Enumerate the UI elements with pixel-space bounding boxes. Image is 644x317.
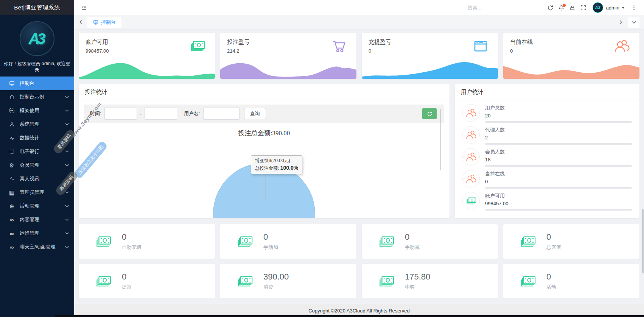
sparkline-salmon [503,58,639,79]
stat-progress-bar [485,209,632,211]
refresh-icon[interactable] [545,2,556,13]
bell-icon[interactable] [556,2,567,13]
sidebar-item-content[interactable]: 内容管理 [0,213,74,226]
stat-value: 0 [485,179,632,184]
metric-card-manual-add[interactable]: 0 手动加 [220,224,356,259]
sidebar-item-members[interactable]: 会员管理 [0,158,74,172]
stat-info: 会员人数 18 [485,148,632,167]
banknotes-icon [95,274,112,289]
kebab-menu-icon[interactable] [628,2,639,13]
metric-label: 手动减 [405,244,420,251]
metric-card-withdraw[interactable]: 0 提款 [79,264,215,298]
banknotes-icon [519,234,537,249]
sidebar-item-data-stats[interactable]: 数据统计 [0,131,74,145]
book-icon [8,149,15,155]
time-start-input[interactable] [104,108,137,120]
sidebar-item-label: 内容管理 [20,216,39,223]
user-stats-panel: 用户统计 用户总数 20 代理人数 2 [455,84,639,218]
panel-title: 投注统计 [79,84,450,100]
chevron-down-icon [65,232,69,235]
query-button[interactable]: 查询 [244,108,266,119]
sidebar-item-ops[interactable]: 运维管理 [0,226,74,240]
metric-card-auto-recharge[interactable]: 0 自动充值 [79,224,215,259]
sidebar-item-chatroom[interactable]: 聊天室/动画管理 [0,240,74,254]
chart-tooltip: 博亚快3(70.00元) 总投注金额: 100.0% [251,155,302,174]
gear-icon [8,162,15,168]
username-input[interactable] [203,108,240,120]
range-separator: - [140,111,142,117]
stat-info: 账户可用 998457.00 [485,192,632,211]
chevron-down-icon [65,123,69,126]
panel-refresh-button[interactable] [422,108,437,119]
summary-cards-row: 账户可用 998457.00 投注盈亏 214.2 充提盈亏 0 [79,33,639,79]
sidebar-item-console[interactable]: 控制台 [0,77,74,90]
summary-card-bet-pl[interactable]: 投注盈亏 214.2 [220,33,356,79]
user-icon [8,122,15,127]
chevron-down-icon [65,96,69,98]
summary-card-deposit-pl[interactable]: 充提盈亏 0 [362,33,498,79]
home-icon [8,94,15,100]
tabs-scroll-left-icon[interactable] [77,19,84,26]
tabbar: 控制台 [74,15,644,30]
metric-label: 总充值 [546,244,561,251]
metric-card-manual-subtract[interactable]: 0 手动减 [362,224,498,259]
sidebar-item-console-demo[interactable]: 控制台示例 [0,90,74,104]
stat-row-online: 当前在线 0 [455,166,639,188]
card-title: 账户可用 [86,39,108,46]
sidebar-item-label: 真人视讯 [20,175,39,182]
screen-edge-strip [55,315,644,317]
bet-query-form: 时间: - 用户名: 查询 [84,105,444,123]
card-value: 998457.00 [86,48,109,54]
pie-chart-area: 投注总金额:390.00 博亚快3(70.00元) 总投注金额: 100.0% [79,123,450,218]
metric-card-activity[interactable]: 0 活动 [503,264,639,298]
banknotes-icon [95,234,112,249]
metric-card-total-recharge[interactable]: 0 总充值 [503,224,639,259]
search-input[interactable] [468,5,524,11]
metric-card-consumption[interactable]: 390.00 消费 [220,264,356,298]
lock-icon[interactable] [567,2,578,13]
people-icon [614,39,630,54]
stat-progress-bar [485,187,632,189]
sidebar-item-label: 管理员管理 [20,189,44,196]
time-end-input[interactable] [145,108,177,120]
sidebar-item-activities[interactable]: 活动管理 [0,199,74,213]
sidebar-item-system[interactable]: 系统管理 [0,117,74,131]
banknotes-icon [462,192,480,209]
people-icon [462,170,480,187]
user-menu[interactable]: admin [606,5,625,11]
sidebar-item-framework[interactable]: 框架使用 [0,104,74,117]
metric-value: 390.00 [263,272,289,282]
summary-card-balance[interactable]: 账户可用 998457.00 [79,33,215,79]
grid-icon [8,190,15,195]
tab-label: 控制台 [101,19,116,26]
panel-scrollbar[interactable] [440,109,441,170]
sidebar-item-label: 框架使用 [20,107,39,114]
fullscreen-icon[interactable] [578,2,589,13]
banknotes-icon [378,274,395,289]
tabs-scroll-right-icon[interactable] [617,19,624,26]
sidebar-item-live-video[interactable]: 真人视讯 [0,172,74,186]
sidebar-item-admins[interactable]: 管理员管理 [0,186,74,199]
stat-row-members: 会员人数 18 [455,144,639,166]
metric-label: 消费 [263,284,289,290]
card-title: 投注盈亏 [227,39,250,46]
tooltip-label: 总投注金额: [255,166,279,171]
metric-card-winnings[interactable]: 175.80 中奖 [362,264,498,298]
avatar[interactable]: A3 [593,2,603,13]
menu-collapse-icon[interactable] [79,2,90,13]
infinity-icon [8,244,15,250]
summary-card-online[interactable]: 当前在线 0 [503,33,639,79]
sidebar-item-label: 活动管理 [20,203,39,209]
card-title: 当前在线 [510,39,533,46]
stat-progress-bar [485,121,632,123]
page-scrollbar[interactable] [642,209,644,273]
metric-value: 0 [546,272,556,282]
panel-title: 用户统计 [455,84,639,100]
metric-text: 0 手动加 [263,232,278,251]
cart-icon [331,39,347,54]
stat-value: 2 [485,135,632,141]
tabs-collapse-icon[interactable] [628,17,639,28]
sidebar-item-ebank[interactable]: 电子银行 [0,145,74,158]
chevron-down-icon [65,150,69,153]
tab-console[interactable]: 控制台 [87,17,121,28]
